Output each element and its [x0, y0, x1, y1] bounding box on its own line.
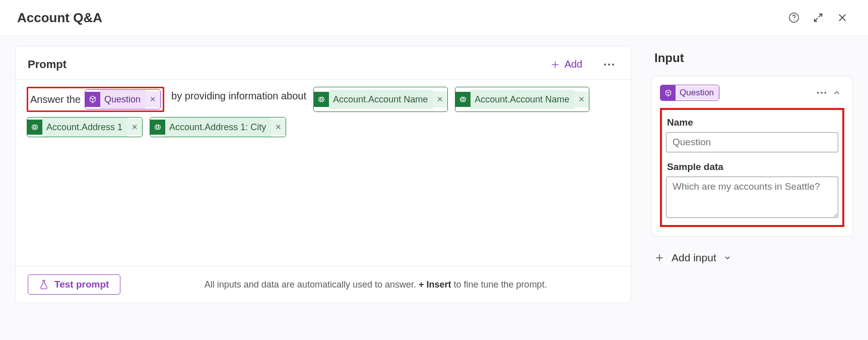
add-button[interactable]: Add: [545, 56, 587, 72]
chip-remove-icon[interactable]: ✕: [433, 91, 447, 107]
input-panel: Input Question Name: [651, 46, 853, 303]
test-prompt-label: Test prompt: [54, 279, 109, 290]
prompt-hint: All inputs and data are automatically us…: [132, 279, 619, 290]
dataverse-icon: [27, 120, 42, 135]
chip-account-name-2[interactable]: Account.Account Name ✕: [455, 87, 589, 112]
chip-remove-icon[interactable]: ✕: [574, 91, 589, 107]
highlight-input-fields: Name Sample data: [660, 108, 844, 227]
input-chip-question[interactable]: Question: [660, 85, 719, 101]
variable-icon: [660, 85, 676, 100]
input-panel-title: Input: [654, 51, 853, 65]
chip-label: Question: [100, 90, 146, 109]
svg-point-7: [824, 92, 826, 94]
svg-point-5: [817, 92, 819, 94]
highlight-answer-the: Answer the Question ✕: [27, 87, 164, 112]
chip-remove-icon[interactable]: ✕: [127, 119, 142, 135]
svg-point-4: [612, 64, 614, 66]
add-button-label: Add: [564, 59, 582, 70]
chip-account-name-1[interactable]: Account.Account Name ✕: [313, 87, 448, 112]
add-input-button[interactable]: Add input: [654, 252, 853, 264]
close-icon[interactable]: [834, 9, 851, 26]
prompt-section-title: Prompt: [28, 58, 545, 71]
flask-icon: [39, 279, 48, 290]
chevron-down-icon: [723, 254, 731, 262]
name-field[interactable]: [666, 132, 838, 152]
help-icon[interactable]: [785, 9, 803, 26]
svg-point-2: [604, 64, 606, 66]
plus-icon: [654, 253, 664, 263]
dataverse-icon: [314, 92, 329, 107]
more-icon[interactable]: [599, 61, 619, 68]
header-bar: Account Q&A: [0, 0, 868, 36]
input-card-question: Question Name Sample data: [651, 76, 853, 237]
chip-label: Account.Address 1: City: [165, 118, 271, 137]
sample-data-label: Sample data: [667, 161, 837, 173]
dataverse-icon: [455, 92, 471, 107]
chip-label: Account.Account Name: [471, 90, 574, 109]
add-input-label: Add input: [672, 252, 716, 264]
prompt-editor[interactable]: Answer the Question ✕ by providing infor…: [16, 80, 631, 266]
plus-icon: [550, 60, 560, 70]
chip-question[interactable]: Question ✕: [85, 89, 161, 109]
svg-point-6: [821, 92, 823, 94]
prompt-text: Answer the: [30, 91, 81, 107]
page-title: Account Q&A: [17, 10, 785, 26]
chip-address1[interactable]: Account.Address 1 ✕: [27, 117, 143, 137]
prompt-text: by providing information about: [171, 88, 306, 111]
dataverse-icon: [150, 120, 165, 135]
test-prompt-button[interactable]: Test prompt: [28, 274, 120, 295]
svg-point-3: [608, 64, 610, 66]
expand-icon[interactable]: [810, 9, 827, 26]
chip-address1-city[interactable]: Account.Address 1: City ✕: [150, 117, 286, 137]
input-more-icon[interactable]: [814, 85, 829, 100]
chip-label: Question: [676, 86, 719, 99]
sample-data-field[interactable]: [666, 177, 838, 218]
svg-point-1: [793, 20, 794, 20]
chip-label: Account.Address 1: [42, 118, 127, 137]
chip-remove-icon[interactable]: ✕: [271, 119, 286, 135]
prompt-card: Prompt Add Answer the Question ✕: [15, 46, 631, 303]
name-label: Name: [667, 117, 837, 128]
chip-label: Account.Account Name: [329, 90, 433, 109]
variable-icon: [85, 92, 100, 107]
collapse-icon[interactable]: [829, 85, 844, 100]
chip-remove-icon[interactable]: ✕: [146, 91, 160, 107]
